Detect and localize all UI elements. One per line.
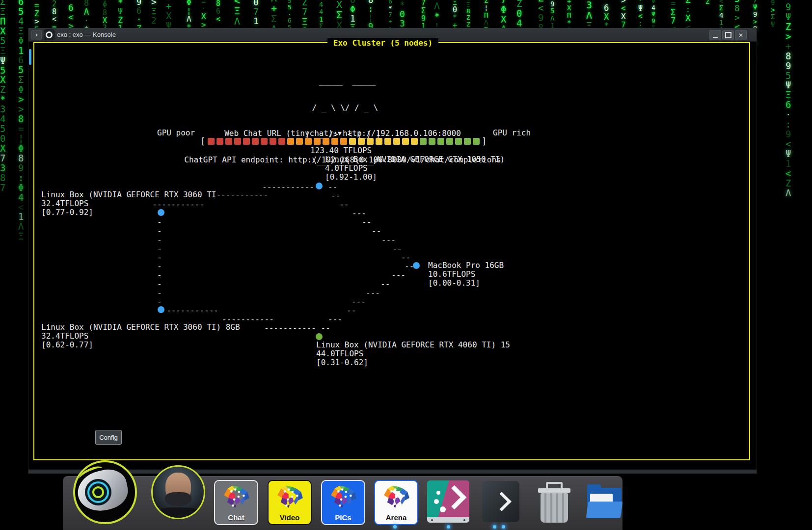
- brain-icon: [381, 484, 411, 508]
- scrollbar-thumb[interactable]: [29, 49, 31, 65]
- window-title: exo : exo — Konsole: [57, 31, 116, 38]
- trash-handle-icon: [546, 482, 563, 488]
- dock-item-trash[interactable]: [536, 482, 572, 523]
- desktop: XΣΞΠX5ΞΨ5XZ*3450X7387Π43654ΞΦ165ΣΦ>>8=¦Φ…: [0, 0, 812, 530]
- terminal-chevron-icon: [492, 492, 512, 511]
- dock-item-video[interactable]: Video: [268, 480, 312, 525]
- running-indicator-konsole: [502, 525, 505, 529]
- running-indicator-konsole: [493, 525, 496, 529]
- trash-can-icon: [541, 493, 568, 523]
- brain-icon: [328, 484, 358, 508]
- avatar-beard: [165, 492, 191, 506]
- dock-item-arena[interactable]: Arena: [374, 480, 418, 525]
- config-button[interactable]: Config: [95, 430, 122, 445]
- window-bottom-frame: [28, 470, 757, 474]
- kde-dot-icon: [436, 491, 440, 495]
- titlebar-expand-icon[interactable]: ›: [31, 30, 42, 40]
- konsole-app-icon: [44, 29, 54, 40]
- minimize-button[interactable]: [709, 30, 721, 40]
- pics-label: PICs: [322, 513, 364, 522]
- dock-item-file-manager[interactable]: [587, 484, 622, 521]
- dock-item-avatar[interactable]: [151, 465, 205, 519]
- dock-item-konsole[interactable]: [482, 481, 519, 522]
- chat-label: Chat: [215, 513, 257, 522]
- konsole-window: › exo : exo — Konsole ✕: [28, 28, 757, 474]
- running-indicator-kde-app: [447, 525, 450, 529]
- close-button[interactable]: ✕: [735, 30, 747, 40]
- brain-icon: [274, 484, 305, 508]
- kde-strip: [427, 517, 469, 523]
- maximize-button[interactable]: [722, 30, 734, 40]
- trash-lid-icon: [538, 488, 570, 493]
- arena-label: Arena: [375, 513, 417, 522]
- kde-dot-icon: [434, 499, 439, 504]
- folder-front-icon: [586, 502, 623, 518]
- robot-eye-icon: [85, 479, 111, 505]
- video-label: Video: [269, 513, 311, 522]
- brain-icon: [221, 484, 251, 508]
- dock-item-exo-robot[interactable]: [73, 460, 137, 524]
- window-titlebar[interactable]: › exo : exo — Konsole ✕: [28, 28, 757, 42]
- dock-item-chat[interactable]: Chat: [214, 480, 258, 525]
- dock-item-kde-app[interactable]: [427, 480, 469, 523]
- running-indicator-arena: [393, 525, 397, 529]
- dock-item-pics[interactable]: PICs: [321, 480, 365, 525]
